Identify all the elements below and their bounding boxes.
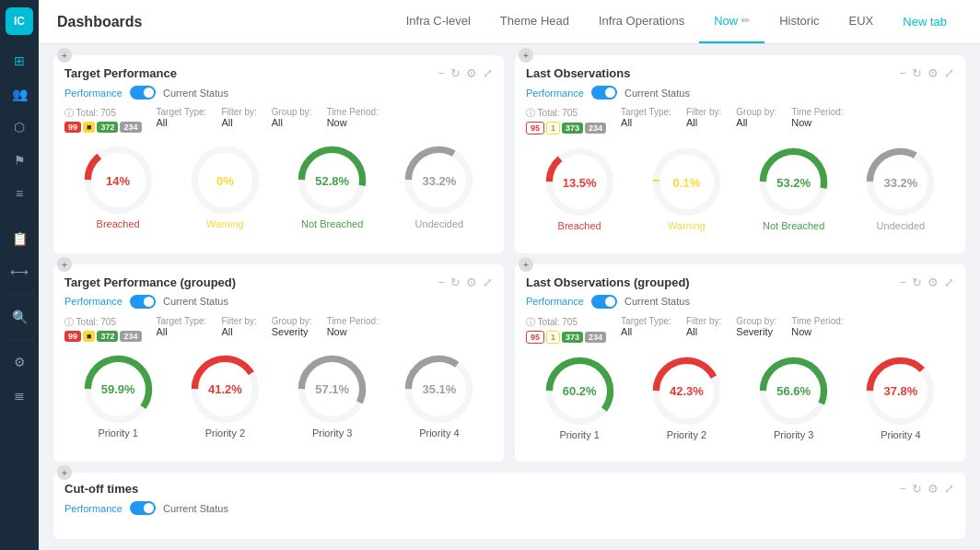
- perf-label-4: Performance: [526, 296, 584, 307]
- refresh-icon-5[interactable]: ↻: [912, 482, 922, 496]
- add-widget-btn-1[interactable]: +: [57, 48, 72, 63]
- donut-warning-2: 0.1%: [652, 147, 721, 216]
- chart-name-priority4-3: Priority 4: [419, 427, 459, 439]
- chart-name-notbreached-2: Not Breached: [763, 220, 824, 231]
- target-type-group-2: Target Type: All: [621, 107, 671, 128]
- group-by-label-3: Group by:: [272, 316, 312, 326]
- target-type-label-4: Target Type:: [621, 316, 671, 326]
- sidebar-icon-reports[interactable]: 📋: [5, 224, 34, 253]
- expand-icon-5[interactable]: ⤢: [944, 482, 954, 496]
- add-widget-btn-2[interactable]: +: [519, 48, 533, 63]
- refresh-icon-4[interactable]: ↻: [912, 275, 922, 289]
- chart-priority4-3: 35.1% Priority 4: [404, 355, 473, 439]
- target-type-value-1: All: [157, 117, 207, 128]
- settings-icon-2[interactable]: ⚙: [928, 66, 939, 80]
- chart-priority1-3: 59.9% Priority 1: [84, 355, 153, 439]
- add-widget-btn-3[interactable]: +: [57, 257, 72, 272]
- filters-row-1: ⓘ Total: 705 99 ■ 372 234 Target Type: A…: [64, 107, 493, 133]
- minimize-icon-3[interactable]: −: [438, 275, 445, 289]
- current-status-2: Current Status: [624, 88, 690, 99]
- chart-breached-1: 14% Breached: [84, 146, 153, 229]
- filter-by-label-1: Filter by:: [221, 107, 256, 117]
- sidebar-icon-connections[interactable]: ⟷: [5, 257, 34, 287]
- widget-last-observations-grouped: + Last Observations (grouped) − ↻ ⚙ ⤢ Pe…: [515, 264, 965, 462]
- target-type-value-4: All: [621, 326, 671, 337]
- expand-icon-3[interactable]: ⤢: [483, 275, 493, 289]
- donut-undecided-1: 33.2%: [404, 146, 473, 215]
- donut-val-notbreached-1: 52.8%: [315, 173, 349, 187]
- time-period-value-3: Now: [327, 326, 379, 337]
- settings-icon-3[interactable]: ⚙: [466, 275, 477, 289]
- sidebar-icon-dashboard[interactable]: ⊞: [5, 46, 34, 76]
- add-widget-btn-5[interactable]: +: [57, 465, 72, 480]
- chart-name-breached-1: Breached: [97, 218, 140, 229]
- donut-priority4-4: 37.8%: [866, 357, 935, 426]
- time-period-value-4: Now: [791, 326, 843, 337]
- sidebar-icon-users[interactable]: 👥: [5, 79, 34, 109]
- expand-icon-4[interactable]: ⤢: [944, 275, 954, 289]
- total-label-4: ⓘ Total: 705: [526, 316, 606, 329]
- sidebar-icon-flag[interactable]: ⚑: [5, 146, 34, 175]
- widget-header-2: Last Observations − ↻ ⚙ ⤢: [526, 66, 954, 80]
- chart-name-priority1-3: Priority 1: [98, 427, 137, 439]
- tab-infra-ops[interactable]: Infra Operations: [584, 0, 699, 43]
- toggle-5[interactable]: [130, 501, 156, 515]
- time-period-group-1: Time Period: Now: [327, 107, 379, 128]
- donut-val-priority4-4: 37.8%: [883, 384, 917, 398]
- widget-title-4: Last Observations (grouped): [526, 275, 690, 289]
- donut-priority3-4: 56.6%: [759, 357, 828, 426]
- widget-title-1: Target Performance: [64, 66, 177, 80]
- filter-by-value-3: All: [221, 326, 256, 337]
- badge-green-1: 372: [97, 122, 118, 133]
- donut-val-priority1-4: 60.2%: [563, 384, 597, 398]
- sidebar-icon-info[interactable]: ≣: [5, 380, 34, 410]
- current-status-3: Current Status: [163, 296, 228, 307]
- charts-row-3: 59.9% Priority 1 41.2% Priority 2 57.1%: [64, 351, 493, 442]
- chart-notbreached-2: 53.2% Not Breached: [759, 147, 828, 231]
- settings-icon-5[interactable]: ⚙: [928, 482, 939, 496]
- donut-priority2-4: 42.3%: [652, 357, 721, 426]
- toggle-1[interactable]: [130, 86, 156, 99]
- sidebar-icon-search[interactable]: 🔍: [5, 302, 34, 332]
- add-widget-btn-4[interactable]: +: [519, 257, 533, 272]
- toggle-2[interactable]: [591, 86, 617, 99]
- tab-eux[interactable]: EUX: [834, 0, 889, 43]
- tab-new[interactable]: New tab: [888, 0, 962, 43]
- target-type-group-3: Target Type: All: [157, 316, 207, 337]
- sidebar-icon-settings[interactable]: ⚙: [5, 347, 34, 377]
- toggle-3[interactable]: [130, 295, 156, 309]
- filter-by-group-3: Filter by: All: [221, 316, 256, 337]
- tab-historic[interactable]: Historic: [764, 0, 834, 43]
- tab-infra-c[interactable]: Infra C-level: [391, 0, 485, 43]
- settings-icon-1[interactable]: ⚙: [466, 66, 477, 80]
- sidebar-icon-list[interactable]: ≡: [5, 179, 34, 208]
- minimize-icon-5[interactable]: −: [899, 482, 906, 496]
- expand-icon-2[interactable]: ⤢: [944, 66, 954, 80]
- badge-yellow-3: ■: [83, 331, 95, 342]
- tab-bar: Infra C-level Theme Head Infra Operation…: [391, 0, 962, 43]
- time-period-label-2: Time Period:: [791, 107, 843, 117]
- refresh-icon-3[interactable]: ↻: [450, 275, 461, 289]
- badge-outline-yellow-4: 1: [546, 331, 560, 344]
- donut-val-priority3-4: 56.6%: [776, 384, 811, 398]
- tab-theme-head[interactable]: Theme Head: [485, 0, 584, 43]
- time-period-group-4: Time Period: Now: [791, 316, 843, 337]
- minimize-icon-1[interactable]: −: [438, 66, 445, 80]
- total-group-3: ⓘ Total: 705 99 ■ 372 234: [64, 316, 142, 342]
- toggle-4[interactable]: [591, 295, 617, 309]
- donut-priority2-3: 41.2%: [191, 355, 260, 424]
- tab-now[interactable]: Now ✏: [699, 0, 764, 43]
- settings-icon-4[interactable]: ⚙: [928, 275, 939, 289]
- badge-red-1: 99: [64, 122, 81, 133]
- badges-4: 95 1 373 234: [526, 331, 606, 344]
- refresh-icon-2[interactable]: ↻: [912, 66, 922, 80]
- sidebar-icon-link[interactable]: ⬡: [5, 112, 34, 142]
- donut-warning-1: 0%: [191, 146, 260, 215]
- widget-controls-5: − ↻ ⚙ ⤢: [899, 482, 954, 496]
- minimize-icon-4[interactable]: −: [899, 275, 906, 289]
- refresh-icon-1[interactable]: ↻: [450, 66, 461, 80]
- widget-controls-3: − ↻ ⚙ ⤢: [438, 275, 493, 289]
- widget-last-observations: + Last Observations − ↻ ⚙ ⤢ Performance …: [515, 55, 965, 253]
- minimize-icon-2[interactable]: −: [899, 66, 906, 80]
- expand-icon-1[interactable]: ⤢: [483, 66, 493, 80]
